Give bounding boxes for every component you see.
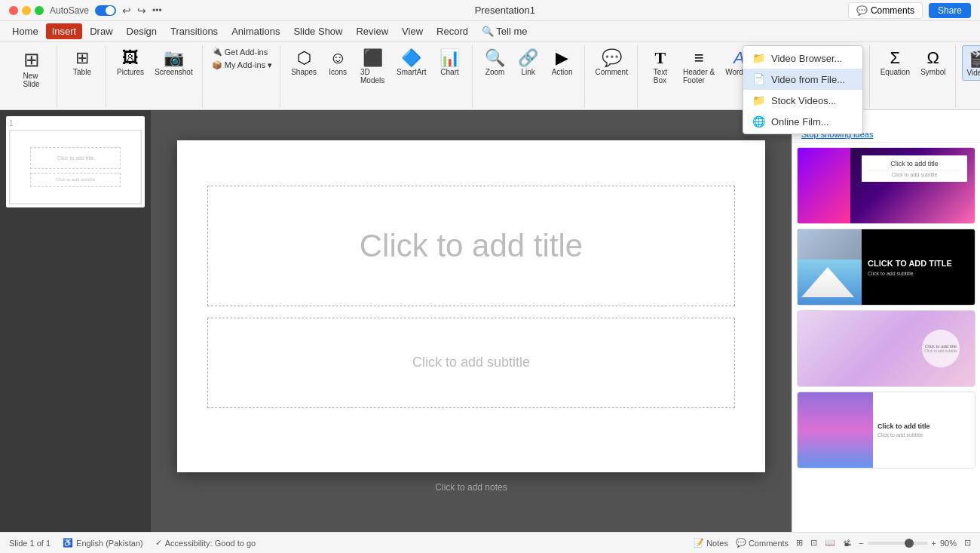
dp1-title-text: Click to add title <box>869 160 960 171</box>
accessibility-status[interactable]: ✓ Accessibility: Good to go <box>155 538 256 548</box>
menu-design[interactable]: Design <box>121 23 163 39</box>
design-preview-4: Click to add title Click to add subtitle <box>798 392 975 468</box>
design-template-3[interactable]: Click to add title Click to add subtitle <box>797 310 975 387</box>
comment-ribbon-label: Comment <box>596 68 628 76</box>
slide-title-area[interactable]: Click to add title <box>207 186 735 306</box>
menu-slideshow[interactable]: Slide Show <box>287 23 348 39</box>
smartart-icon: 🔷 <box>401 48 421 68</box>
zoom-label: Zoom <box>485 68 505 76</box>
link-button[interactable]: 🔗 Link <box>513 45 544 79</box>
action-button[interactable]: ▶ Action <box>545 45 580 79</box>
smartart-button[interactable]: 🔷 SmartArt <box>392 45 430 79</box>
autosave-toggle[interactable] <box>95 5 116 16</box>
stock-videos-item[interactable]: 📁 Stock Videos... <box>743 90 862 111</box>
design-preview-2: CLICK TO ADD TITLE Click to add subtitle <box>798 229 975 305</box>
ribbon-group-symbols: Σ Equation Ω Symbol <box>871 45 956 108</box>
link-icon: 🔗 <box>518 48 538 68</box>
new-slide-button[interactable]: ⊞ NewSlide <box>11 45 52 91</box>
close-button[interactable] <box>9 6 18 15</box>
slide-subtitle-placeholder: Click to add subtitle <box>412 355 530 370</box>
chart-icon: 📊 <box>439 48 460 68</box>
equation-icon: Σ <box>890 48 901 68</box>
shapes-button[interactable]: ⬡ Shapes <box>286 45 321 79</box>
get-addins-button[interactable]: 🔌 Get Add-ins <box>209 45 275 58</box>
slide-preview-image: Click to add title Click to add subtitle <box>9 130 142 204</box>
video-icon: 🎬 <box>969 49 980 69</box>
zoom-button[interactable]: 🔍 Zoom <box>479 45 512 79</box>
menu-transitions[interactable]: Transitions <box>164 23 224 39</box>
3d-models-button[interactable]: ⬛ 3DModels <box>354 45 390 88</box>
video-from-file-item[interactable]: 📄 Video from File... <box>743 69 862 90</box>
symbol-label: Symbol <box>920 68 945 76</box>
fit-slide-button[interactable]: ⊡ <box>964 538 971 548</box>
online-film-label: Online Film... <box>771 116 829 127</box>
dp1-card: Click to add title Click to add subtitle <box>862 155 967 182</box>
video-dropdown: 📁 Video Browser... 📄 Video from File... … <box>743 45 863 134</box>
maximize-button[interactable] <box>35 6 44 15</box>
minimize-button[interactable] <box>22 6 31 15</box>
share-button[interactable]: Share <box>929 3 971 18</box>
view-normal-button[interactable]: ⊞ <box>796 538 803 548</box>
header-footer-button[interactable]: ≡ Header &Footer <box>678 45 719 88</box>
dp4-bg-image <box>798 392 873 468</box>
menu-view[interactable]: View <box>396 23 429 39</box>
notes-status-button[interactable]: 📝 Notes <box>694 538 728 548</box>
comment-button[interactable]: 💬 Comment <box>591 45 632 79</box>
comments-status-button[interactable]: 💬 Comments <box>736 538 789 548</box>
online-film-item[interactable]: 🌐 Online Film... <box>743 111 862 132</box>
zoom-icon: 🔍 <box>485 48 505 68</box>
presentation-title: Presentation1 <box>475 5 535 16</box>
ribbon-group-table: ⊞ Table <box>59 45 106 108</box>
menu-review[interactable]: Review <box>350 23 394 39</box>
notes-status-label: Notes <box>706 539 728 548</box>
dp4-subtitle-text: Click to add subtitle <box>877 432 970 438</box>
design-template-1[interactable]: Click to add title Click to add subtitle <box>797 147 975 224</box>
menu-home[interactable]: Home <box>6 23 44 39</box>
my-addins-button[interactable]: 📦 My Add-ins ▾ <box>209 59 275 72</box>
shapes-icon: ⬡ <box>297 48 311 68</box>
pictures-label: Pictures <box>117 68 144 76</box>
dp3-subtitle-text: Click to add subtitle <box>924 349 957 353</box>
menu-insert[interactable]: Insert <box>46 23 83 39</box>
zoom-out-button[interactable]: − <box>859 539 863 548</box>
header-footer-label: Header &Footer <box>683 68 715 84</box>
zoom-control: − + 90% <box>859 539 957 548</box>
design-template-2[interactable]: CLICK TO ADD TITLE Click to add subtitle <box>797 229 975 306</box>
design-template-4[interactable]: Click to add title Click to add subtitle <box>797 392 975 469</box>
ribbon-group-images: 🖼 Pictures 📷 Screenshot <box>108 45 203 108</box>
slide-subtitle-area[interactable]: Click to add subtitle <box>207 318 735 408</box>
comments-button[interactable]: 💬 Comments <box>848 2 923 19</box>
zoom-slider[interactable] <box>868 542 928 545</box>
chart-button[interactable]: 📊 Chart <box>433 45 467 79</box>
menu-tellme[interactable]: 🔍 Tell me <box>476 23 534 39</box>
menu-animations[interactable]: Animations <box>225 23 286 39</box>
notes-area[interactable]: Click to add notes <box>177 472 765 502</box>
view-presenter-button[interactable]: 📽 <box>843 539 851 548</box>
ribbon-group-slides: ⊞ NewSlide <box>6 45 57 108</box>
video-button[interactable]: 🎬 Video ▾ <box>962 45 980 81</box>
comments-status-icon: 💬 <box>736 538 746 548</box>
menu-record[interactable]: Record <box>430 23 474 39</box>
undo-icon[interactable]: ↩ <box>122 5 131 17</box>
main-area: 1 Click to add title Click to add subtit… <box>0 110 980 532</box>
zoom-in-button[interactable]: + <box>932 539 936 548</box>
view-reading-button[interactable]: 📖 <box>825 538 835 548</box>
table-button[interactable]: ⊞ Table <box>63 45 101 79</box>
redo-icon[interactable]: ↪ <box>137 5 146 17</box>
more-icon[interactable]: ••• <box>152 5 162 16</box>
slide-canvas[interactable]: Click to add title Click to add subtitle <box>177 140 765 472</box>
screenshot-button[interactable]: 📷 Screenshot <box>150 45 198 79</box>
slide-thumbnail-1[interactable]: 1 Click to add title Click to add subtit… <box>6 116 145 207</box>
pictures-button[interactable]: 🖼 Pictures <box>112 45 149 79</box>
icons-button[interactable]: ☺ Icons <box>323 45 353 79</box>
menu-draw[interactable]: Draw <box>84 23 118 39</box>
comment-icon: 💬 <box>856 5 868 16</box>
textbox-button[interactable]: T TextBox <box>644 45 677 88</box>
view-slide-sorter-button[interactable]: ⊡ <box>810 538 817 548</box>
check-icon: ✓ <box>155 538 162 548</box>
traffic-lights <box>9 6 44 15</box>
symbol-button[interactable]: Ω Symbol <box>916 45 950 79</box>
equation-button[interactable]: Σ Equation <box>876 45 914 79</box>
video-browser-item[interactable]: 📁 Video Browser... <box>743 48 862 69</box>
slide-panel: 1 Click to add title Click to add subtit… <box>0 110 151 532</box>
